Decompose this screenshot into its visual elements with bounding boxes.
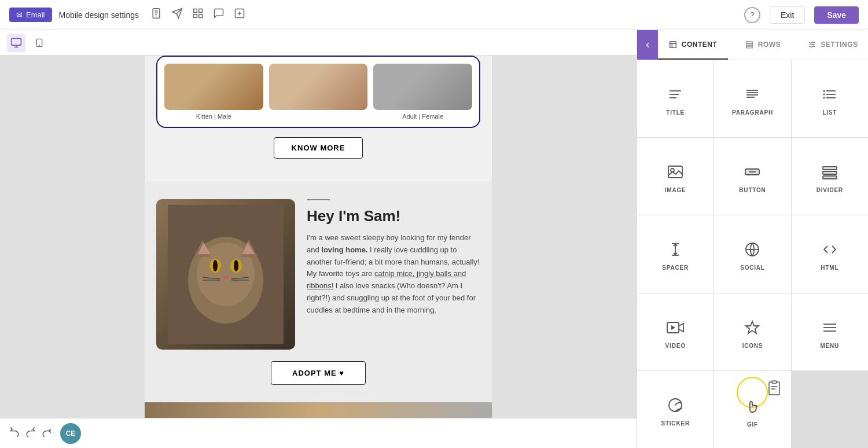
pet-image-2 <box>269 64 368 110</box>
sam-content: Hey I'm Sam! I'm a wee sweet sleepy boy … <box>156 199 480 350</box>
sam-divider <box>307 199 330 200</box>
svg-rect-13 <box>12 38 21 45</box>
pet-cards: Kitten | Male Adult | Female <box>156 56 480 128</box>
comment-icon[interactable] <box>213 8 225 22</box>
svg-point-56 <box>823 90 825 92</box>
svg-marker-72 <box>671 325 675 330</box>
image-label: IMAGE <box>665 187 686 193</box>
content-item-social[interactable]: SOCIAL <box>714 215 790 292</box>
undo-button[interactable] <box>9 427 20 440</box>
know-more-button[interactable]: KNOW MORE <box>274 137 363 159</box>
desktop-view-button[interactable] <box>7 34 25 52</box>
tab-settings[interactable]: SETTINGS <box>798 30 868 60</box>
right-panel: CONTENT ROWS SETTINGS TITLE <box>637 30 868 448</box>
undo-back-button[interactable] <box>25 427 36 440</box>
mobile-view-button[interactable] <box>30 34 49 52</box>
content-item-title[interactable]: TITLE <box>637 60 713 137</box>
exit-button[interactable]: Exit <box>770 6 805 24</box>
svg-point-43 <box>810 42 811 43</box>
content-item-icons[interactable]: ICONS <box>714 293 790 370</box>
spacer-label: SPACER <box>662 265 689 271</box>
pet-label-1: Kitten | Male <box>196 113 231 120</box>
html-label: HTML <box>821 265 838 271</box>
tab-settings-label: SETTINGS <box>821 41 858 49</box>
sam-section: Hey I'm Sam! I'm a wee sweet sleepy boy … <box>145 182 492 402</box>
list-label: LIST <box>822 109 837 116</box>
tab-content[interactable]: CONTENT <box>658 30 728 60</box>
svg-rect-9 <box>199 14 203 18</box>
avatar: CE <box>60 423 81 444</box>
svg-rect-6 <box>194 9 197 13</box>
svg-rect-37 <box>746 41 753 43</box>
svg-rect-34 <box>670 41 676 47</box>
svg-rect-8 <box>194 14 197 18</box>
document-icon[interactable] <box>150 8 162 22</box>
panel-collapse-button[interactable] <box>637 30 658 60</box>
content-item-sticker[interactable]: STICKER <box>637 371 713 448</box>
tab-rows[interactable]: ROWS <box>728 30 798 60</box>
sam-body: I'm a wee sweet sleepy boy looking for m… <box>307 232 480 317</box>
help-button[interactable]: ? <box>744 7 760 23</box>
content-item-html[interactable]: HTML <box>792 215 868 292</box>
pet-label-3: Adult | Female <box>402 113 443 120</box>
sam-image <box>156 199 295 350</box>
email-canvas: Kitten | Male Adult | Female KNOW MORE <box>145 56 492 418</box>
pet-card-1: Kitten | Male <box>164 64 263 120</box>
video-label: VIDEO <box>665 343 686 349</box>
main-layout: Kitten | Male Adult | Female KNOW MORE <box>0 30 868 448</box>
content-item-gif[interactable]: GIF <box>714 371 790 448</box>
save-button[interactable]: Save <box>814 6 859 24</box>
content-item-list[interactable]: LIST <box>792 60 868 137</box>
adopt-me-button[interactable]: ADOPT ME ♥ <box>271 361 366 385</box>
gif-label: GIF <box>747 421 758 428</box>
pet-image-1 <box>164 64 263 110</box>
button-label: BUTTON <box>739 187 766 193</box>
svg-rect-7 <box>199 9 203 13</box>
content-item-image[interactable]: IMAGE <box>637 138 713 215</box>
content-item-spacer[interactable]: SPACER <box>637 215 713 292</box>
send-icon[interactable] <box>171 8 183 22</box>
svg-marker-73 <box>746 321 759 333</box>
social-label: SOCIAL <box>740 265 765 271</box>
grid-icon[interactable] <box>192 8 204 22</box>
menu-label: MENU <box>820 343 839 349</box>
svg-rect-65 <box>823 176 837 179</box>
redo-button[interactable] <box>42 427 52 440</box>
topbar: ✉ Email Mobile design settings ? Exit Sa… <box>0 0 868 30</box>
content-item-menu[interactable]: MENU <box>792 293 868 370</box>
paragraph-label: PARAGRAPH <box>732 109 773 116</box>
bottom-image <box>145 402 492 418</box>
content-item-divider[interactable]: DIVIDER <box>792 138 868 215</box>
device-bar <box>0 30 637 56</box>
top-section: Kitten | Male Adult | Female KNOW MORE <box>145 56 492 182</box>
add-block-icon[interactable] <box>234 8 245 22</box>
svg-rect-79 <box>769 382 779 395</box>
title-label: TITLE <box>666 109 685 116</box>
sam-body-bold: loving home. <box>321 245 367 254</box>
content-item-paragraph[interactable]: PARAGRAPH <box>714 60 790 137</box>
panel-tabs: CONTENT ROWS SETTINGS <box>637 30 868 60</box>
content-item-button[interactable]: BUTTON <box>714 138 790 215</box>
email-icon: ✉ <box>16 10 23 19</box>
content-item-video[interactable]: VIDEO <box>637 293 713 370</box>
icons-label: ICONS <box>742 343 763 349</box>
sam-text: Hey I'm Sam! I'm a wee sweet sleepy boy … <box>307 199 480 317</box>
topbar-icons <box>150 8 245 22</box>
svg-rect-64 <box>823 171 837 174</box>
canvas-area: Kitten | Male Adult | Female KNOW MORE <box>0 30 637 448</box>
content-grid: TITLE PARAGRAPH <box>637 60 868 448</box>
svg-point-44 <box>813 43 814 45</box>
svg-rect-80 <box>772 381 777 383</box>
canvas-scroll[interactable]: Kitten | Male Adult | Female KNOW MORE <box>0 56 637 418</box>
sam-title: Hey I'm Sam! <box>307 207 480 225</box>
email-button[interactable]: ✉ Email <box>9 8 52 22</box>
svg-rect-63 <box>823 167 837 170</box>
divider-label: DIVIDER <box>816 187 843 193</box>
topbar-right: ? Exit Save <box>744 6 859 24</box>
svg-point-57 <box>823 94 825 96</box>
tab-rows-label: ROWS <box>758 41 781 49</box>
svg-rect-38 <box>746 43 753 45</box>
page-title: Mobile design settings <box>59 10 139 20</box>
svg-point-58 <box>823 97 825 99</box>
svg-rect-0 <box>153 9 160 19</box>
